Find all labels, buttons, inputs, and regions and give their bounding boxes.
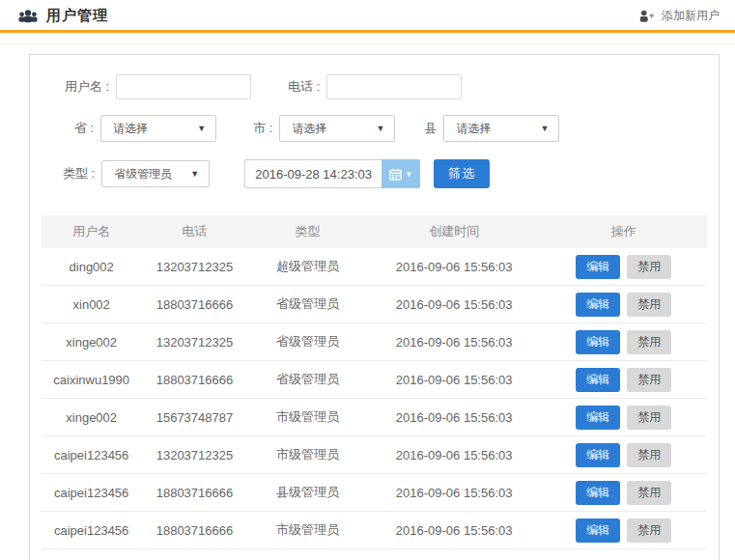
cell-created: 2016-09-06 15:56:03 bbox=[368, 373, 541, 387]
table-row: caipei123456 18803716666 市级管理员 2016-09-0… bbox=[42, 512, 707, 549]
col-header-username: 用户名 bbox=[42, 223, 141, 240]
cell-actions: 编辑 禁用 bbox=[541, 330, 707, 354]
cell-type: 省级管理员 bbox=[248, 333, 368, 350]
edit-button[interactable]: 编辑 bbox=[576, 481, 620, 505]
city-label: 市 : bbox=[253, 120, 272, 137]
username-field-group: 用户名 : bbox=[65, 74, 251, 99]
cell-phone: 15673748787 bbox=[141, 410, 247, 425]
county-select[interactable]: 请选择 ▼ bbox=[443, 115, 559, 142]
cell-actions: 编辑 禁用 bbox=[541, 255, 707, 279]
edit-button[interactable]: 编辑 bbox=[576, 330, 620, 354]
province-select-value: 请选择 bbox=[113, 121, 148, 137]
calendar-button[interactable]: ▼ bbox=[382, 159, 420, 188]
cell-created: 2016-09-06 15:56:03 bbox=[368, 335, 541, 350]
topbar-title-group: 用户管理 bbox=[17, 7, 108, 25]
chevron-down-icon: ▼ bbox=[377, 124, 385, 133]
disable-button[interactable]: 禁用 bbox=[627, 330, 671, 354]
disable-button[interactable]: 禁用 bbox=[627, 481, 671, 505]
disable-button[interactable]: 禁用 bbox=[627, 293, 671, 317]
type-field-group: 类型 : 省级管理员 ▼ bbox=[63, 160, 210, 187]
chevron-down-icon: ▼ bbox=[190, 169, 199, 179]
city-select-value: 请选择 bbox=[292, 121, 326, 137]
cell-phone: 18803716666 bbox=[141, 523, 247, 538]
cell-phone: 18803716666 bbox=[141, 373, 247, 387]
type-select-value: 省级管理员 bbox=[114, 166, 172, 182]
city-field-group: 市 : 请选择 ▼ bbox=[253, 115, 395, 142]
edit-button[interactable]: 编辑 bbox=[576, 293, 620, 317]
username-label: 用户名 : bbox=[65, 78, 109, 96]
cell-type: 市级管理员 bbox=[248, 446, 368, 463]
cell-actions: 编辑 禁用 bbox=[541, 293, 707, 317]
edit-button[interactable]: 编辑 bbox=[576, 368, 620, 392]
cell-created: 2016-09-06 15:56:03 bbox=[368, 486, 541, 500]
county-label: 县 bbox=[424, 120, 437, 137]
cell-created: 2016-09-06 15:56:03 bbox=[368, 448, 541, 462]
cell-actions: 编辑 禁用 bbox=[541, 481, 707, 505]
cell-username: xinge002 bbox=[42, 335, 141, 350]
table-row: xin002 18803716666 省级管理员 2016-09-06 15:5… bbox=[42, 286, 707, 323]
cell-username: caipei123456 bbox=[42, 523, 141, 538]
cell-created: 2016-09-06 15:56:03 bbox=[368, 297, 541, 312]
disable-button[interactable]: 禁用 bbox=[627, 368, 671, 392]
cell-type: 省级管理员 bbox=[248, 295, 368, 313]
table-row: caipei123456 13203712325 市级管理员 2016-09-0… bbox=[42, 436, 707, 474]
edit-button[interactable]: 编辑 bbox=[576, 443, 620, 467]
content-panel: 用户名 : 电话 : 省 : 请选择 ▼ 市 : 请选择 ▼ bbox=[29, 54, 720, 560]
col-header-type: 类型 bbox=[248, 223, 368, 240]
province-field-group: 省 : 请选择 ▼ bbox=[74, 115, 216, 142]
chevron-down-icon: ▼ bbox=[405, 170, 412, 179]
filter-form: 用户名 : 电话 : 省 : 请选择 ▼ 市 : 请选择 ▼ bbox=[30, 55, 719, 188]
county-field-group: 县 请选择 ▼ bbox=[424, 115, 559, 142]
table-row: caipei123456 18803716666 县级管理员 2016-09-0… bbox=[42, 474, 707, 512]
table-header-row: 用户名 电话 类型 创建时间 操作 bbox=[42, 215, 707, 248]
province-select[interactable]: 请选择 ▼ bbox=[100, 115, 216, 142]
edit-button[interactable]: 编辑 bbox=[576, 406, 620, 430]
col-header-actions: 操作 bbox=[541, 223, 707, 240]
calendar-icon bbox=[389, 168, 402, 181]
province-label: 省 : bbox=[74, 120, 94, 137]
users-icon bbox=[17, 9, 39, 23]
cell-type: 市级管理员 bbox=[248, 408, 368, 426]
disable-button[interactable]: 禁用 bbox=[627, 406, 671, 430]
phone-field-group: 电话 : bbox=[288, 74, 462, 99]
person-plus-icon bbox=[638, 10, 656, 23]
cell-created: 2016-09-06 15:56:03 bbox=[368, 523, 541, 538]
edit-button[interactable]: 编辑 bbox=[576, 518, 620, 543]
chevron-down-icon: ▼ bbox=[541, 124, 550, 133]
cell-actions: 编辑 禁用 bbox=[541, 443, 707, 467]
cell-created: 2016-09-06 15:56:03 bbox=[368, 260, 541, 274]
cell-phone: 13203712325 bbox=[141, 335, 247, 350]
disable-button[interactable]: 禁用 bbox=[627, 255, 671, 279]
topbar: 用户管理 添加新用户 bbox=[0, 0, 735, 30]
cell-actions: 编辑 禁用 bbox=[541, 406, 707, 430]
cell-actions: 编辑 禁用 bbox=[541, 518, 707, 543]
add-user-button[interactable]: 添加新用户 bbox=[638, 8, 720, 24]
city-select[interactable]: 请选择 ▼ bbox=[279, 115, 395, 142]
cell-phone: 13203712325 bbox=[141, 448, 247, 462]
add-user-label: 添加新用户 bbox=[662, 8, 720, 24]
header-glow-divider bbox=[0, 33, 735, 44]
page-title: 用户管理 bbox=[46, 7, 108, 25]
cell-type: 省级管理员 bbox=[248, 371, 368, 388]
phone-input[interactable] bbox=[326, 74, 462, 99]
disable-button[interactable]: 禁用 bbox=[627, 443, 671, 467]
table-row: ding002 13203712325 超级管理员 2016-09-06 15:… bbox=[42, 248, 707, 286]
cell-actions: 编辑 禁用 bbox=[541, 368, 707, 392]
type-select[interactable]: 省级管理员 ▼ bbox=[101, 160, 210, 187]
type-label: 类型 : bbox=[63, 165, 95, 182]
cell-type: 县级管理员 bbox=[248, 484, 368, 501]
cell-username: caixinwu1990 bbox=[42, 373, 141, 387]
edit-button[interactable]: 编辑 bbox=[576, 255, 620, 279]
cell-type: 市级管理员 bbox=[248, 521, 368, 539]
county-select-value: 请选择 bbox=[456, 121, 491, 137]
username-input[interactable] bbox=[116, 74, 251, 99]
cell-phone: 18803716666 bbox=[141, 297, 247, 312]
cell-phone: 13203712325 bbox=[141, 260, 247, 274]
col-header-phone: 电话 bbox=[141, 223, 247, 240]
disable-button[interactable]: 禁用 bbox=[627, 518, 671, 543]
table-row: caixinwu1990 18803716666 省级管理员 2016-09-0… bbox=[42, 361, 707, 399]
users-table: 用户名 电话 类型 创建时间 操作 ding002 13203712325 超级… bbox=[42, 215, 707, 549]
datetime-input[interactable]: 2016-09-28 14:23:03 bbox=[244, 159, 382, 188]
filter-submit-button[interactable]: 筛选 bbox=[434, 159, 490, 188]
table-row: xinge002 13203712325 省级管理员 2016-09-06 15… bbox=[42, 323, 707, 361]
